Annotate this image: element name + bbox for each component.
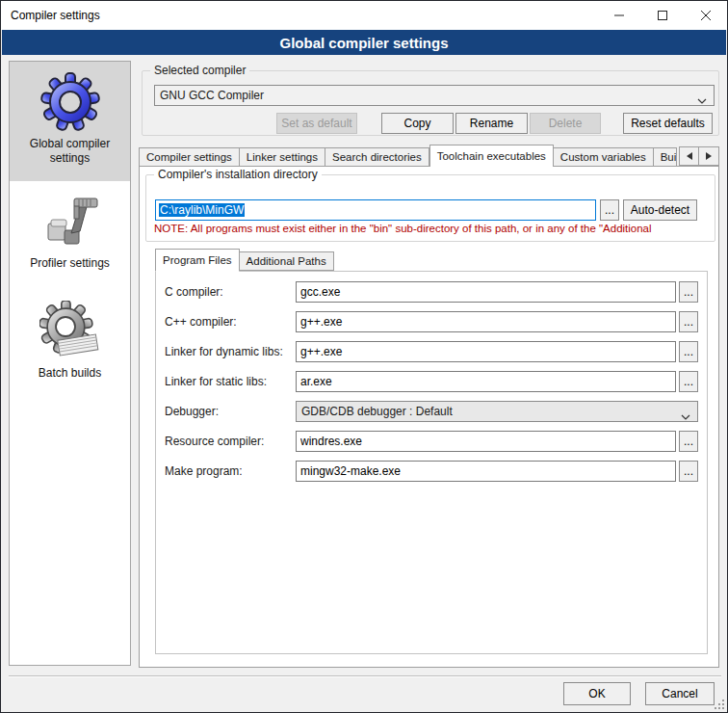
paths-tabbar: Program Files Additional Paths bbox=[155, 250, 334, 271]
gear-stack-icon bbox=[39, 301, 101, 362]
program-files-panel: C compiler: ... C++ compiler: ... Linker… bbox=[155, 271, 708, 654]
subtab-program-files[interactable]: Program Files bbox=[155, 249, 240, 272]
tab-build-options[interactable]: Build bbox=[654, 147, 677, 167]
tab-search-directories[interactable]: Search directories bbox=[325, 147, 429, 167]
install-dir-input[interactable]: C:\raylib\MinGW bbox=[155, 199, 596, 221]
linker-dynamic-input[interactable] bbox=[296, 341, 676, 362]
c-compiler-browse-button[interactable]: ... bbox=[679, 281, 698, 303]
debugger-select[interactable]: GDB/CDB debugger : Default bbox=[296, 401, 698, 422]
minimize-icon bbox=[613, 10, 625, 20]
cpp-compiler-browse-button[interactable]: ... bbox=[679, 311, 698, 332]
sidebar-item-label: Global compiler settings bbox=[10, 137, 130, 166]
debugger-select-value: GDB/CDB debugger : Default bbox=[301, 405, 453, 418]
cpp-compiler-input[interactable] bbox=[296, 311, 676, 332]
window-title: Compiler settings bbox=[1, 9, 100, 22]
left-arrow-icon bbox=[687, 149, 692, 163]
sidebar-item-global-compiler-settings[interactable]: Global compiler settings bbox=[10, 62, 130, 181]
selected-compiler-group-label: Selected compiler bbox=[150, 64, 249, 77]
install-dir-selected-text: C:\raylib\MinGW bbox=[159, 203, 245, 217]
install-dir-note: NOTE: All programs must exist either in … bbox=[154, 223, 713, 234]
set-as-default-button[interactable]: Set as default bbox=[276, 113, 357, 134]
minimize-button[interactable] bbox=[597, 1, 640, 29]
linker-static-browse-button[interactable]: ... bbox=[679, 371, 698, 392]
resource-compiler-browse-button[interactable]: ... bbox=[679, 431, 698, 452]
delete-button[interactable]: Delete bbox=[530, 113, 601, 134]
form-row-resource-compiler: Resource compiler: ... bbox=[165, 431, 698, 452]
debugger-label: Debugger: bbox=[165, 405, 296, 418]
chevron-down-icon bbox=[681, 409, 690, 423]
page-title: Global compiler settings bbox=[2, 30, 726, 55]
chevron-down-icon bbox=[697, 93, 707, 107]
compiler-settings-tabbar: Compiler settings Linker settings Search… bbox=[139, 145, 721, 167]
c-compiler-input[interactable] bbox=[296, 281, 676, 303]
form-row-debugger: Debugger: GDB/CDB debugger : Default bbox=[165, 401, 698, 422]
linker-dynamic-label: Linker for dynamic libs: bbox=[165, 345, 296, 358]
tab-custom-variables[interactable]: Custom variables bbox=[554, 147, 654, 167]
compiler-settings-dialog: Compiler settings Global compiler settin… bbox=[0, 0, 728, 713]
sidebar-item-profiler-settings[interactable]: Profiler settings bbox=[10, 181, 130, 291]
auto-detect-button[interactable]: Auto-detect bbox=[623, 199, 697, 221]
install-dir-browse-button[interactable]: ... bbox=[600, 199, 619, 221]
ok-button[interactable]: OK bbox=[563, 682, 631, 705]
subtab-additional-paths[interactable]: Additional Paths bbox=[240, 251, 334, 271]
resource-compiler-label: Resource compiler: bbox=[165, 435, 296, 448]
cpp-compiler-label: C++ compiler: bbox=[165, 315, 296, 329]
tab-toolchain-executables[interactable]: Toolchain executables bbox=[429, 145, 554, 167]
install-dir-group-label: Compiler's installation directory bbox=[154, 168, 322, 181]
caliper-icon bbox=[39, 191, 101, 252]
sidebar-item-label: Profiler settings bbox=[10, 256, 130, 271]
tab-scroll-right-button[interactable] bbox=[699, 146, 719, 166]
close-button[interactable] bbox=[684, 1, 727, 29]
c-compiler-label: C compiler: bbox=[165, 285, 296, 299]
close-icon bbox=[700, 10, 712, 21]
resize-grip[interactable] bbox=[713, 698, 724, 709]
settings-category-list: Global compiler settings Profiler settin… bbox=[9, 61, 131, 666]
sidebar-item-batch-builds[interactable]: Batch builds bbox=[10, 291, 130, 401]
sidebar-item-label: Batch builds bbox=[10, 366, 130, 381]
form-row-cpp-compiler: C++ compiler: ... bbox=[165, 311, 698, 332]
maximize-button[interactable] bbox=[640, 1, 684, 29]
copy-button[interactable]: Copy bbox=[381, 113, 454, 134]
form-row-c-compiler: C compiler: ... bbox=[165, 281, 698, 303]
linker-static-label: Linker for static libs: bbox=[165, 375, 296, 388]
blue-gear-icon bbox=[39, 71, 101, 133]
resource-compiler-input[interactable] bbox=[296, 431, 676, 452]
cancel-button[interactable]: Cancel bbox=[645, 682, 715, 705]
form-row-linker-dynamic: Linker for dynamic libs: ... bbox=[165, 341, 698, 362]
make-program-input[interactable] bbox=[296, 461, 676, 482]
reset-defaults-button[interactable]: Reset defaults bbox=[623, 113, 713, 134]
tab-linker-settings[interactable]: Linker settings bbox=[240, 147, 325, 167]
compiler-select-value: GNU GCC Compiler bbox=[160, 89, 264, 102]
rename-button[interactable]: Rename bbox=[455, 113, 528, 134]
linker-static-input[interactable] bbox=[296, 371, 676, 392]
tab-compiler-settings[interactable]: Compiler settings bbox=[139, 147, 240, 167]
footer-divider bbox=[9, 675, 721, 677]
maximize-icon bbox=[657, 10, 668, 21]
linker-dynamic-browse-button[interactable]: ... bbox=[679, 341, 698, 362]
tab-scroll-left-button[interactable] bbox=[679, 146, 699, 166]
form-row-make-program: Make program: ... bbox=[165, 461, 698, 482]
selected-compiler-group: Selected compiler GNU GCC Compiler Set a… bbox=[142, 70, 719, 136]
make-program-label: Make program: bbox=[165, 464, 296, 478]
form-row-linker-static: Linker for static libs: ... bbox=[165, 371, 698, 392]
right-arrow-icon bbox=[706, 149, 712, 163]
make-program-browse-button[interactable]: ... bbox=[679, 461, 698, 482]
compiler-select[interactable]: GNU GCC Compiler bbox=[154, 85, 715, 106]
